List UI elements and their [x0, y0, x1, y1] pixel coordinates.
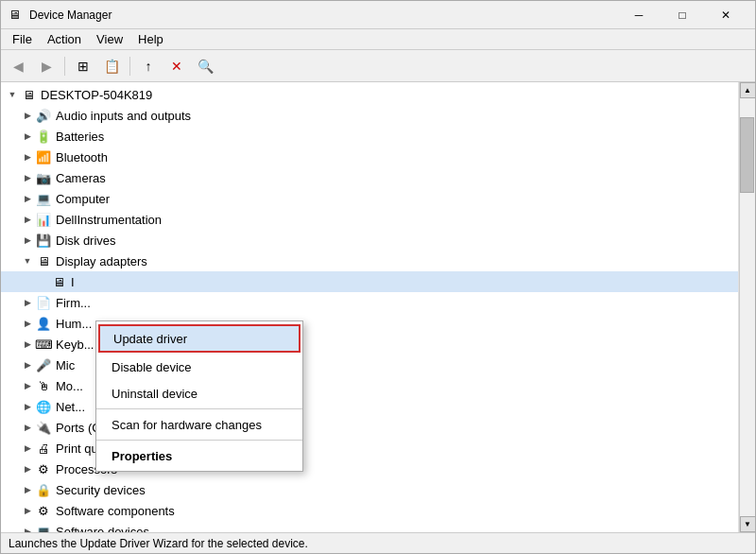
menu-view[interactable]: View	[89, 29, 130, 50]
hum-icon: 👤	[35, 315, 52, 332]
batteries-label: Batteries	[56, 130, 104, 144]
menu-action[interactable]: Action	[40, 29, 89, 50]
mo-icon: 🖱	[35, 377, 52, 394]
display-icon: 🖥	[35, 252, 52, 269]
update-driver-toolbar-button[interactable]: ↑	[135, 54, 162, 78]
net-label: Net...	[56, 400, 85, 414]
expand-display[interactable]: ▼	[20, 253, 35, 268]
expand-firm[interactable]: ▶	[20, 295, 35, 310]
device-manager-window: 🖥 Device Manager ─ □ ✕ File Action View …	[0, 0, 756, 554]
menu-bar: File Action View Help	[1, 29, 755, 50]
tree-item-sw-devices[interactable]: ▶ 💻 Software devices	[1, 521, 738, 532]
expand-hum[interactable]: ▶	[20, 316, 35, 331]
root-label: DESKTOP-504K819	[41, 88, 152, 102]
keyb-label: Keyb...	[56, 338, 94, 352]
tree-item-cameras[interactable]: ▶ 📷 Cameras	[1, 167, 738, 188]
tree-item-batteries[interactable]: ▶ 🔋 Batteries	[1, 126, 738, 147]
tree-item-computer[interactable]: ▶ 💻 Computer	[1, 188, 738, 209]
close-button[interactable]: ✕	[704, 1, 747, 29]
scan-toolbar-button[interactable]: 🔍	[192, 54, 218, 78]
sw-devices-label: Software devices	[56, 525, 149, 533]
expand-security[interactable]: ▶	[20, 482, 35, 497]
ctx-scan-hardware[interactable]: Scan for hardware changes	[96, 411, 302, 438]
tree-item-audio[interactable]: ▶ 🔊 Audio inputs and outputs	[1, 105, 738, 126]
ctx-properties[interactable]: Properties	[96, 442, 302, 469]
expand-sw-components[interactable]: ▶	[20, 503, 35, 518]
tree-item-disk[interactable]: ▶ 💾 Disk drives	[1, 230, 738, 251]
tree-item-sw-components[interactable]: ▶ ⚙ Software components	[1, 500, 738, 521]
ctx-uninstall-device[interactable]: Uninstall device	[96, 380, 302, 407]
computer-icon: 💻	[35, 190, 52, 207]
expand-processors[interactable]: ▶	[20, 461, 35, 476]
expand-net[interactable]: ▶	[20, 399, 35, 414]
expand-keyb[interactable]: ▶	[20, 337, 35, 352]
sw-components-label: Software components	[56, 504, 175, 518]
disk-icon: 💾	[35, 232, 52, 249]
mo-label: Mo...	[56, 379, 83, 393]
status-text: Launches the Update Driver Wizard for th…	[9, 537, 308, 550]
expand-display-adapter	[35, 274, 50, 289]
minimize-button[interactable]: ─	[617, 1, 661, 29]
cameras-icon: 📷	[35, 169, 52, 186]
display-adapter-icon: 🖥	[50, 273, 67, 290]
expand-sw-devices[interactable]: ▶	[20, 524, 35, 532]
display-adapter-label: I	[71, 275, 75, 289]
tree-item-bluetooth[interactable]: ▶ 📶 Bluetooth	[1, 147, 738, 167]
title-bar: 🖥 Device Manager ─ □ ✕	[1, 1, 755, 29]
ctx-disable-device[interactable]: Disable device	[96, 354, 302, 380]
audio-label: Audio inputs and outputs	[56, 109, 191, 123]
dell-icon: 📊	[35, 211, 52, 228]
expand-mo[interactable]: ▶	[20, 378, 35, 393]
expand-computer[interactable]: ▶	[20, 191, 35, 206]
scroll-track[interactable]	[740, 98, 756, 516]
tree-item-security[interactable]: ▶ 🔒 Security devices	[1, 479, 738, 500]
show-hide-button[interactable]: ⊞	[70, 54, 96, 78]
scroll-thumb[interactable]	[740, 117, 754, 193]
uninstall-toolbar-button[interactable]: ✕	[163, 54, 190, 78]
expand-batteries[interactable]: ▶	[20, 129, 35, 144]
expand-disk[interactable]: ▶	[20, 233, 35, 248]
tree-item-display-adapter[interactable]: 🖥 I	[1, 271, 738, 292]
scroll-down-button[interactable]: ▼	[740, 516, 756, 532]
tree-item-dell[interactable]: ▶ 📊 DellInstrumentation	[1, 209, 738, 230]
tree-item-display[interactable]: ▼ 🖥 Display adapters	[1, 251, 738, 271]
display-label: Display adapters	[56, 254, 147, 268]
keyb-icon: ⌨	[35, 336, 52, 353]
window-icon: 🖥	[9, 8, 24, 23]
expand-bluetooth[interactable]: ▶	[20, 149, 35, 164]
expand-mic[interactable]: ▶	[20, 357, 35, 372]
toolbar: ◀ ▶ ⊞ 📋 ↑ ✕ 🔍	[1, 50, 755, 82]
toolbar-separator-2	[129, 57, 130, 76]
properties-button[interactable]: 📋	[98, 54, 125, 78]
root-icon: 🖥	[20, 86, 37, 103]
hum-label: Hum...	[56, 317, 92, 331]
expand-audio[interactable]: ▶	[20, 108, 35, 123]
ctx-update-driver[interactable]: Update driver	[98, 324, 301, 353]
tree-item-root[interactable]: ▼ 🖥 DESKTOP-504K819	[1, 84, 738, 105]
device-tree[interactable]: ▼ 🖥 DESKTOP-504K819 ▶ 🔊 Audio inputs and…	[1, 82, 739, 532]
expand-root[interactable]: ▼	[5, 87, 20, 102]
cameras-label: Cameras	[56, 171, 106, 185]
tree-item-firm[interactable]: ▶ 📄 Firm...	[1, 292, 738, 313]
vertical-scrollbar[interactable]: ▲ ▼	[739, 82, 755, 532]
expand-cameras[interactable]: ▶	[20, 170, 35, 185]
audio-icon: 🔊	[35, 107, 52, 124]
mic-label: Mic	[56, 358, 75, 372]
ports-icon: 🔌	[35, 419, 52, 436]
sw-devices-icon: 💻	[35, 523, 52, 532]
back-button[interactable]: ◀	[5, 54, 31, 78]
forward-button[interactable]: ▶	[33, 54, 60, 78]
firm-label: Firm...	[56, 296, 91, 310]
menu-file[interactable]: File	[5, 29, 40, 50]
expand-dell[interactable]: ▶	[20, 212, 35, 227]
expand-print[interactable]: ▶	[20, 441, 35, 456]
maximize-button[interactable]: □	[661, 1, 704, 29]
net-icon: 🌐	[35, 398, 52, 415]
security-label: Security devices	[56, 483, 146, 497]
print-icon: 🖨	[35, 440, 52, 457]
menu-help[interactable]: Help	[130, 29, 171, 50]
expand-ports[interactable]: ▶	[20, 420, 35, 435]
ctx-sep-2	[96, 440, 302, 441]
scroll-up-button[interactable]: ▲	[740, 82, 756, 98]
security-icon: 🔒	[35, 481, 52, 498]
